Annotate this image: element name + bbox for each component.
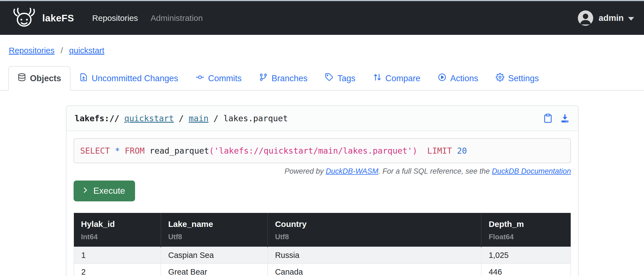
nav-item-administration[interactable]: Administration bbox=[151, 13, 203, 23]
table-cell: 1,025 bbox=[481, 247, 571, 264]
column-header: Lake_name Utf8 bbox=[161, 213, 268, 247]
caption-text: Powered by bbox=[285, 167, 326, 175]
tab-settings[interactable]: Settings bbox=[487, 67, 548, 90]
table-cell: Russia bbox=[268, 247, 481, 264]
sql-token: ('lakefs://quickstart/main/lakes.parquet… bbox=[209, 146, 418, 156]
table-row: 2 Great Bear Canada 446 bbox=[74, 264, 571, 276]
sql-token: FROM bbox=[125, 146, 145, 156]
tab-objects[interactable]: Objects bbox=[8, 66, 71, 91]
column-type: Int64 bbox=[81, 233, 153, 241]
table-cell: Great Bear bbox=[161, 264, 268, 276]
column-header: Country Utf8 bbox=[268, 213, 481, 247]
duckdb-caption: Powered by DuckDB-WASM. For a full SQL r… bbox=[74, 167, 571, 176]
brand-title[interactable]: lakeFS bbox=[42, 13, 74, 24]
tab-label: Tags bbox=[337, 74, 355, 83]
column-type: Utf8 bbox=[168, 233, 260, 241]
download-icon[interactable] bbox=[560, 113, 570, 123]
tab-label: Objects bbox=[30, 74, 61, 83]
tab-commits[interactable]: Commits bbox=[187, 67, 250, 90]
user-name: admin bbox=[599, 13, 624, 23]
tab-label: Settings bbox=[508, 74, 539, 83]
object-actions bbox=[543, 113, 570, 123]
table-cell: 1 bbox=[74, 247, 161, 264]
column-header: Hylak_id Int64 bbox=[74, 213, 161, 247]
object-path: lakefs:// quickstart / main / lakes.parq… bbox=[75, 114, 288, 123]
tab-label: Compare bbox=[385, 74, 421, 83]
table-cell: 2 bbox=[74, 264, 161, 276]
tab-compare[interactable]: Compare bbox=[364, 67, 429, 90]
repository-tabbar: Objects Uncommitted Changes Commits bbox=[0, 66, 644, 91]
object-viewer-card: lakefs:// quickstart / main / lakes.parq… bbox=[66, 105, 579, 276]
sql-token bbox=[452, 146, 457, 156]
path-ref-link[interactable]: main bbox=[189, 114, 208, 123]
sql-token: LIMIT bbox=[427, 146, 452, 156]
table-cell: 446 bbox=[481, 264, 571, 276]
caption-text: . For a full SQL reference, see the bbox=[378, 167, 492, 175]
breadcrumb-separator: / bbox=[61, 46, 63, 55]
sql-token bbox=[110, 146, 115, 156]
sql-token: 20 bbox=[457, 146, 467, 156]
avatar bbox=[578, 10, 593, 26]
table-row: 1 Caspian Sea Russia 1,025 bbox=[74, 247, 571, 264]
lakefs-axolotl-logo-icon bbox=[10, 7, 38, 29]
chevron-right-icon bbox=[82, 186, 89, 196]
sql-token bbox=[417, 146, 427, 156]
path-scheme: lakefs:// bbox=[75, 114, 119, 123]
tab-tags[interactable]: Tags bbox=[316, 67, 364, 90]
object-path-header: lakefs:// quickstart / main / lakes.parq… bbox=[66, 106, 578, 131]
branch-icon bbox=[259, 73, 268, 84]
top-navbar: lakeFS Repositories Administration admin bbox=[0, 1, 644, 35]
tab-uncommitted-changes[interactable]: Uncommitted Changes bbox=[71, 67, 187, 90]
table-cell: Canada bbox=[268, 264, 481, 276]
execute-label: Execute bbox=[93, 186, 125, 196]
tab-actions[interactable]: Actions bbox=[429, 67, 487, 90]
path-separator: / bbox=[209, 114, 223, 123]
query-results: Hylak_id Int64 Lake_name Utf8 Country Ut… bbox=[74, 213, 571, 276]
tab-label: Branches bbox=[271, 74, 307, 83]
breadcrumb-quickstart-link[interactable]: quickstart bbox=[69, 46, 104, 55]
database-icon bbox=[18, 73, 26, 84]
column-name: Country bbox=[275, 219, 474, 229]
file-diff-icon bbox=[79, 73, 88, 84]
nav-item-repositories[interactable]: Repositories bbox=[92, 13, 138, 23]
path-repo-link[interactable]: quickstart bbox=[124, 114, 174, 123]
duckdb-wasm-link[interactable]: DuckDB-WASM bbox=[326, 167, 379, 175]
sql-token bbox=[120, 146, 125, 156]
path-filename: lakes.parquet bbox=[223, 114, 288, 123]
execute-button[interactable]: Execute bbox=[74, 181, 135, 201]
path-separator: / bbox=[174, 114, 189, 123]
breadcrumb: Repositories / quickstart bbox=[0, 35, 644, 55]
tab-label: Uncommitted Changes bbox=[92, 74, 178, 83]
sql-token: read_parquet bbox=[145, 146, 209, 156]
table-cell: Caspian Sea bbox=[161, 247, 268, 264]
column-name: Depth_m bbox=[489, 219, 564, 229]
play-circle-icon bbox=[438, 73, 446, 84]
object-viewer-body: SELECT * FROM read_parquet('lakefs://qui… bbox=[66, 131, 578, 276]
column-name: Hylak_id bbox=[81, 219, 153, 229]
results-table: Hylak_id Int64 Lake_name Utf8 Country Ut… bbox=[74, 213, 571, 276]
compare-icon bbox=[373, 73, 382, 84]
column-name: Lake_name bbox=[168, 219, 260, 229]
column-type: Float64 bbox=[489, 233, 564, 241]
commit-icon bbox=[196, 73, 204, 84]
tab-label: Commits bbox=[208, 74, 242, 83]
tab-label: Actions bbox=[450, 74, 478, 83]
user-menu[interactable]: admin bbox=[578, 10, 634, 26]
chevron-down-icon bbox=[628, 17, 634, 21]
duckdb-docs-link[interactable]: DuckDB Documentation bbox=[492, 167, 571, 175]
clipboard-icon[interactable] bbox=[543, 113, 553, 123]
breadcrumb-repositories-link[interactable]: Repositories bbox=[9, 46, 55, 55]
tag-icon bbox=[325, 73, 334, 84]
main-content: lakefs:// quickstart / main / lakes.parq… bbox=[66, 105, 579, 276]
tab-branches[interactable]: Branches bbox=[250, 67, 316, 90]
sql-query-editor[interactable]: SELECT * FROM read_parquet('lakefs://qui… bbox=[74, 138, 571, 163]
sql-token: SELECT bbox=[80, 146, 110, 156]
sql-token: * bbox=[115, 146, 120, 156]
gear-icon bbox=[496, 73, 504, 84]
column-header: Depth_m Float64 bbox=[481, 213, 571, 247]
column-type: Utf8 bbox=[275, 233, 474, 241]
table-header-row: Hylak_id Int64 Lake_name Utf8 Country Ut… bbox=[74, 213, 571, 247]
